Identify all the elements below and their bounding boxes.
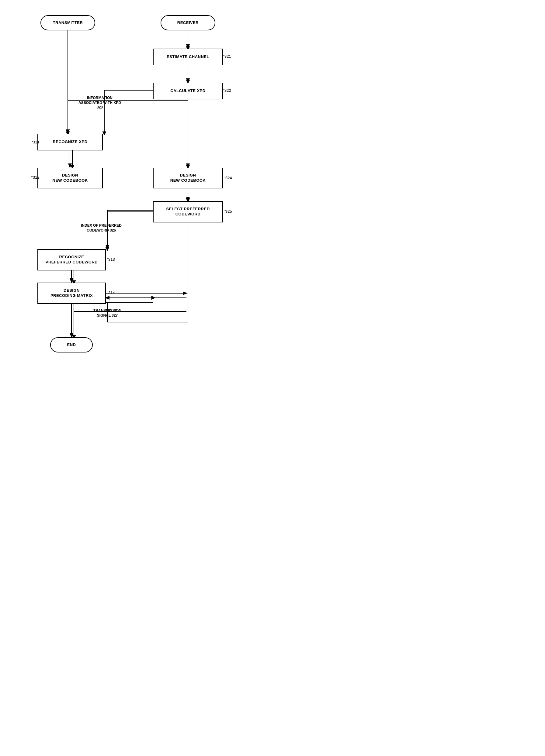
ref-313: 313 <box>108 257 115 262</box>
ref-312: 312 <box>33 175 40 180</box>
index-preferred-label: INDEX OF PREFERREDCODEWORD 326 <box>69 223 133 233</box>
ref-322: 322 <box>224 88 231 93</box>
transmitter-node: TRANSMITTER <box>40 15 95 30</box>
end-node: END <box>50 337 93 352</box>
ref-324: 324 <box>225 176 232 180</box>
ref-322-tilde: ~ <box>222 87 225 92</box>
recognize-xpd-node: RECOGNIZE XPD <box>37 134 103 150</box>
svg-marker-29 <box>151 296 155 300</box>
design-codebook-left-node: DESIGN NEW CODEBOOK <box>37 168 103 188</box>
flowchart-diagram: TRANSMITTER RECEIVER ESTIMATE CHANNEL 32… <box>22 6 250 384</box>
ref-311: 311 <box>33 140 40 144</box>
design-precoding-matrix-node: DESIGN PRECODING MATRIX <box>37 283 106 304</box>
svg-marker-8 <box>102 132 106 135</box>
info-xpd-label: INFORMATIONASSOCIATED WITH XPD323 <box>69 96 130 110</box>
transmission-signal-label: TRANSMISSIONSIGNAL 327 <box>80 308 135 318</box>
design-codebook-right-node: DESIGN NEW CODEBOOK <box>153 168 223 188</box>
ref-325: 325 <box>225 209 232 214</box>
select-preferred-codeword-node: SELECT PREFERRED CODEWORD <box>153 201 223 222</box>
estimate-channel-node: ESTIMATE CHANNEL <box>153 49 223 65</box>
ref-321-tilde: ~ <box>222 53 225 58</box>
receiver-node: RECEIVER <box>160 15 215 30</box>
ref-314: 314 <box>108 290 115 295</box>
ref-321: 321 <box>224 54 231 59</box>
calculate-xpd-node: CALCULATE XPD <box>153 83 223 99</box>
svg-marker-17 <box>105 247 109 251</box>
recognize-preferred-codeword-node: RECOGNIZE PREFERRED CODEWORD <box>37 249 106 270</box>
